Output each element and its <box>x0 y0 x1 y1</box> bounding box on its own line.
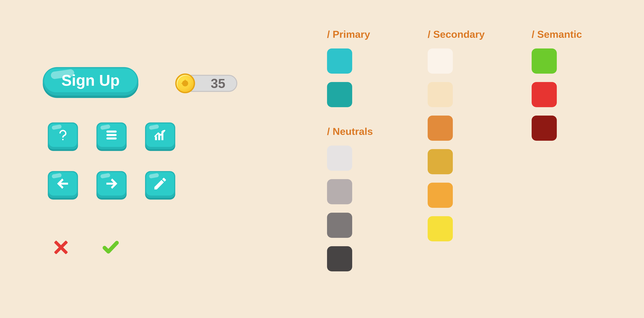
help-button[interactable] <box>48 122 78 149</box>
palette-header-semantic: / Semantic <box>532 28 585 40</box>
menu-button[interactable] <box>96 122 126 149</box>
color-palette-panel: / Primary / Neutrals / Secondary / Seman… <box>327 28 585 280</box>
arrow-left-icon <box>55 176 70 192</box>
semantic-swatch-0 <box>532 48 557 74</box>
status-icons-row <box>53 238 120 257</box>
menu-icon <box>104 127 119 143</box>
semantic-swatch-2 <box>532 116 557 141</box>
palette-primary-neutrals-col: / Primary / Neutrals <box>327 28 384 280</box>
coin-counter: 35 <box>175 74 237 93</box>
secondary-swatch-5 <box>428 216 453 241</box>
svg-point-0 <box>184 82 186 84</box>
secondary-swatch-2 <box>428 116 453 141</box>
check-icon <box>102 238 120 257</box>
chart-up-icon <box>152 127 168 143</box>
svg-rect-3 <box>106 137 116 140</box>
stats-button[interactable] <box>145 122 175 149</box>
arrow-right-icon <box>104 176 119 192</box>
svg-rect-1 <box>106 130 116 132</box>
neutral-swatch-0 <box>327 146 352 171</box>
forward-button[interactable] <box>96 171 126 198</box>
signup-button[interactable]: Sign Up <box>43 67 138 96</box>
neutral-swatch-3 <box>327 246 352 271</box>
palette-semantic-col: / Semantic <box>532 28 585 149</box>
signup-button-label: Sign Up <box>62 72 120 89</box>
pencil-icon <box>152 176 168 192</box>
edit-button[interactable] <box>145 171 175 198</box>
primary-swatch-1 <box>327 82 352 107</box>
coin-counter-value: 35 <box>211 76 226 91</box>
palette-header-primary: / Primary <box>327 28 384 40</box>
semantic-swatches <box>532 48 585 141</box>
neutral-swatches <box>327 146 384 271</box>
secondary-swatch-1 <box>428 82 453 107</box>
palette-header-secondary: / Secondary <box>428 28 488 40</box>
semantic-swatch-1 <box>532 82 557 107</box>
secondary-swatches <box>428 48 488 241</box>
back-button[interactable] <box>48 171 78 198</box>
coin-icon <box>175 74 195 93</box>
svg-rect-2 <box>106 134 116 136</box>
neutral-swatch-1 <box>327 179 352 204</box>
palette-secondary-col: / Secondary <box>428 28 488 250</box>
primary-swatch-0 <box>327 48 352 74</box>
question-icon <box>55 127 70 143</box>
primary-swatches <box>327 48 384 107</box>
secondary-swatch-0 <box>428 48 453 74</box>
cross-icon <box>53 238 71 257</box>
secondary-swatch-4 <box>428 183 453 208</box>
palette-header-neutrals: / Neutrals <box>327 126 384 137</box>
ui-components-panel: Sign Up 35 <box>43 67 138 96</box>
secondary-swatch-3 <box>428 149 453 174</box>
icon-button-grid <box>48 122 175 201</box>
neutral-swatch-2 <box>327 213 352 238</box>
